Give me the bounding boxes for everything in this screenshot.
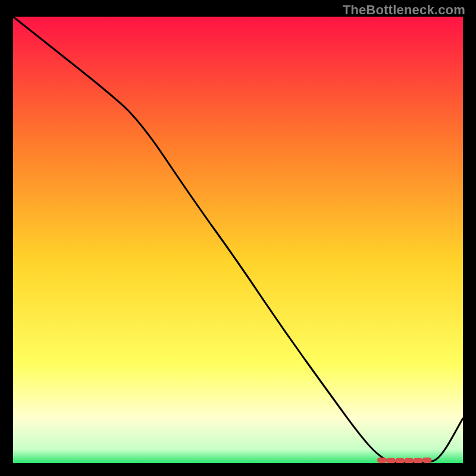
- optimal-marker: [395, 458, 405, 463]
- optimal-marker: [413, 458, 422, 463]
- chart-svg: [13, 17, 463, 463]
- optimal-marker: [422, 458, 432, 463]
- plot-area: [13, 17, 463, 463]
- optimal-marker: [377, 458, 387, 463]
- optimal-marker: [386, 458, 396, 463]
- chart-frame: TheBottleneck.com: [0, 0, 476, 476]
- optimal-marker: [404, 458, 414, 463]
- watermark-text: TheBottleneck.com: [343, 2, 465, 18]
- gradient-background: [13, 17, 463, 463]
